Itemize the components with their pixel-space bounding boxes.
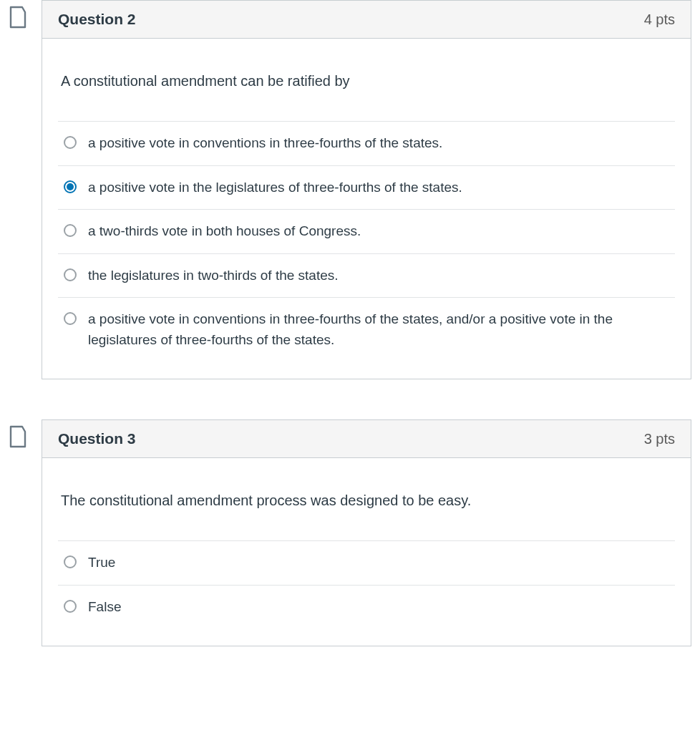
option-label: a two-thirds vote in both houses of Cong… <box>88 221 361 242</box>
quiz-page: Question 2 4 pts A constitutional amendm… <box>0 0 700 661</box>
radio-input[interactable] <box>64 180 77 193</box>
radio-input[interactable] <box>64 268 77 281</box>
radio-input[interactable] <box>64 224 77 237</box>
question-points: 3 pts <box>644 431 675 447</box>
option-label: the legislatures in two-thirds of the st… <box>88 266 339 286</box>
bookmark-column <box>9 0 29 29</box>
radio-input[interactable] <box>64 600 77 613</box>
option-row[interactable]: a two-thirds vote in both houses of Cong… <box>58 209 675 253</box>
options-list: True False <box>58 540 675 628</box>
question-card: Question 2 4 pts A constitutional amendm… <box>42 0 691 379</box>
option-label: a positive vote in conventions in three-… <box>88 133 442 154</box>
option-row[interactable]: a positive vote in the legislatures of t… <box>58 165 675 210</box>
question-title: Question 2 <box>58 11 136 28</box>
option-label: a positive vote in the legislatures of t… <box>88 178 462 198</box>
question-body: A constitutional amendment can be ratifi… <box>42 39 691 379</box>
question-points: 4 pts <box>644 11 675 28</box>
option-label: False <box>88 597 121 618</box>
option-row[interactable]: a positive vote in conventions in three-… <box>58 297 675 361</box>
option-label: True <box>88 553 115 573</box>
bookmark-icon[interactable] <box>9 6 29 29</box>
question-prompt: A constitutional amendment can be ratifi… <box>61 73 675 89</box>
option-row[interactable]: True <box>58 540 675 585</box>
question-card: Question 3 3 pts The constitutional amen… <box>42 419 691 646</box>
option-row[interactable]: False <box>58 585 675 629</box>
bookmark-column <box>9 419 29 448</box>
question-body: The constitutional amendment process was… <box>42 458 691 646</box>
option-row[interactable]: the legislatures in two-thirds of the st… <box>58 253 675 298</box>
question-title: Question 3 <box>58 430 136 447</box>
option-row[interactable]: a positive vote in conventions in three-… <box>58 121 675 165</box>
options-list: a positive vote in conventions in three-… <box>58 121 675 361</box>
radio-input[interactable] <box>64 555 77 568</box>
bookmark-icon[interactable] <box>9 425 29 448</box>
question-header: Question 3 3 pts <box>42 420 691 458</box>
option-label: a positive vote in conventions in three-… <box>88 309 669 350</box>
question-prompt: The constitutional amendment process was… <box>61 492 675 509</box>
question-block: Question 2 4 pts A constitutional amendm… <box>9 0 691 379</box>
question-block: Question 3 3 pts The constitutional amen… <box>9 419 691 646</box>
question-header: Question 2 4 pts <box>42 1 691 39</box>
radio-input[interactable] <box>64 312 77 325</box>
radio-input[interactable] <box>64 136 77 149</box>
